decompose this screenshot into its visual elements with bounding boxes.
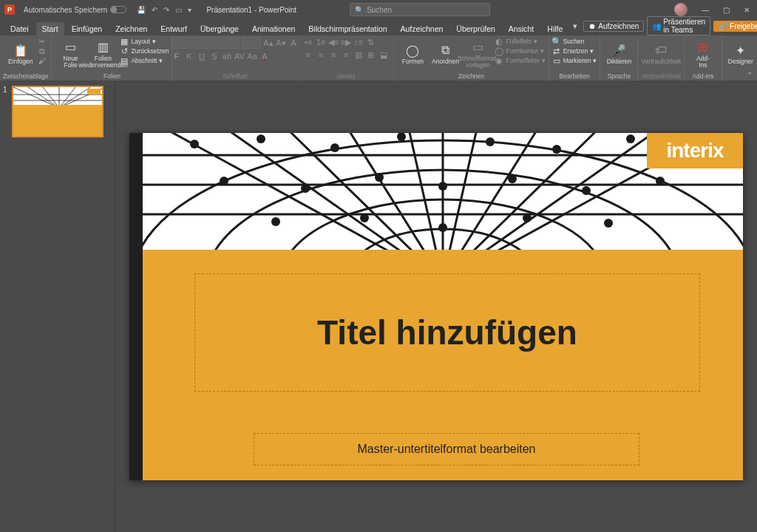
- group-label-addins: Add-ins: [692, 72, 713, 80]
- underline-icon[interactable]: U: [197, 51, 207, 61]
- smartart-icon[interactable]: ⬓: [378, 50, 389, 60]
- document-title: Präsentation1 - PowerPoint: [197, 6, 305, 14]
- tab-zeichnen[interactable]: Zeichnen: [109, 22, 153, 35]
- columns-icon[interactable]: ▥: [353, 50, 364, 60]
- format-painter-button[interactable]: 🖌: [38, 56, 47, 65]
- sensitivity-icon: 🏷: [654, 43, 668, 58]
- bullets-icon[interactable]: •≡: [303, 37, 313, 47]
- reuse-slides-button[interactable]: ▥ Folien wiederverwenden: [87, 37, 118, 71]
- search-input[interactable]: 🔍 Suchen: [350, 3, 490, 16]
- character-spacing-icon[interactable]: AV: [234, 51, 245, 61]
- group-label-slides: Folien: [103, 72, 120, 80]
- increase-indent-icon[interactable]: ≡▶: [341, 37, 351, 47]
- dictate-button[interactable]: 🎤Diktieren: [603, 37, 634, 71]
- redo-icon[interactable]: ↷: [163, 6, 169, 14]
- share-button[interactable]: 🔗Freigeben ▾: [713, 21, 757, 32]
- arrange-button[interactable]: ⧉Anordnen: [430, 37, 461, 71]
- font-size-input[interactable]: [242, 37, 261, 49]
- start-slideshow-icon[interactable]: ▭: [175, 6, 182, 14]
- reset-button[interactable]: ↺Zurücksetzen: [120, 47, 169, 55]
- group-editing: 🔍Suchen ⇄Ersetzen ▾ ▭Markieren ▾ Bearbei…: [549, 35, 601, 81]
- svg-point-25: [220, 177, 228, 185]
- toggle-switch-icon[interactable]: [110, 6, 126, 13]
- select-icon: ▭: [552, 56, 561, 65]
- ribbon-display-options-icon[interactable]: ▾: [570, 21, 580, 30]
- tab-einfuegen[interactable]: Einfügen: [66, 22, 108, 35]
- find-icon: 🔍: [552, 37, 561, 46]
- align-right-icon[interactable]: ≡: [328, 50, 339, 60]
- shapes-button[interactable]: ◯Formen: [397, 37, 428, 71]
- shape-fill-button[interactable]: ◐Fülleffekt ▾: [495, 37, 545, 46]
- svg-point-34: [438, 223, 447, 232]
- tab-ansicht[interactable]: Ansicht: [503, 22, 540, 35]
- shape-effects-button[interactable]: ◉Formeffekte ▾: [495, 56, 545, 65]
- shape-outline-button[interactable]: ◯Formkontur ▾: [495, 47, 545, 55]
- designer-button[interactable]: ✦Designer: [725, 37, 756, 71]
- present-in-teams-button[interactable]: 👥Präsentieren in Teams: [647, 16, 710, 35]
- decrease-font-icon[interactable]: A▾: [276, 38, 286, 48]
- find-button[interactable]: 🔍Suchen: [552, 37, 597, 46]
- numbering-icon[interactable]: 1≡: [316, 37, 326, 47]
- slide-thumbnail-1[interactable]: [12, 86, 103, 137]
- justify-icon[interactable]: ≡: [341, 50, 351, 60]
- font-family-input[interactable]: [172, 37, 240, 49]
- cut-button[interactable]: ✂: [38, 37, 47, 46]
- bold-icon[interactable]: F: [172, 51, 182, 61]
- addins-button[interactable]: ⊞Add- Ins: [688, 37, 719, 71]
- svg-point-36: [604, 219, 613, 228]
- paste-button[interactable]: 📋 Einfügen: [5, 37, 36, 71]
- align-center-icon[interactable]: ≡: [316, 50, 326, 60]
- text-direction-icon[interactable]: ⇅: [366, 37, 376, 47]
- layout-button[interactable]: ▦Layout ▾: [120, 37, 169, 46]
- title-placeholder[interactable]: Titel hinzufügen: [194, 273, 700, 392]
- tab-datei[interactable]: Datei: [4, 22, 35, 35]
- tab-entwurf[interactable]: Entwurf: [155, 22, 193, 35]
- slide[interactable]: interix Titel hinzufügen Master-untertit…: [129, 133, 743, 480]
- tab-bildschirmpraesentation[interactable]: Bildschirmpräsentation: [302, 22, 393, 35]
- svg-point-19: [330, 143, 339, 152]
- font-color-icon[interactable]: A: [259, 51, 270, 61]
- shadow-icon[interactable]: ab: [222, 51, 232, 61]
- change-case-icon[interactable]: Aa: [247, 51, 257, 61]
- copy-button[interactable]: ⧉: [38, 47, 47, 55]
- svg-point-32: [271, 217, 280, 226]
- slide-canvas-area[interactable]: interix Titel hinzufügen Master-untertit…: [115, 81, 757, 532]
- title-text: Titel hinzufügen: [317, 313, 577, 352]
- sensitivity-button[interactable]: 🏷Vertraulichkeit: [645, 37, 676, 71]
- addins-icon: ⊞: [696, 40, 710, 55]
- italic-icon[interactable]: K: [184, 51, 194, 61]
- strikethrough-icon[interactable]: S: [209, 51, 220, 61]
- replace-button[interactable]: ⇄Ersetzen ▾: [552, 47, 597, 55]
- tab-animationen[interactable]: Animationen: [246, 22, 301, 35]
- autosave-toggle[interactable]: Automatisches Speichern: [19, 6, 131, 14]
- align-left-icon[interactable]: ≡: [303, 50, 313, 60]
- qat-dropdown-icon[interactable]: ▾: [188, 6, 191, 14]
- subtitle-placeholder[interactable]: Master-untertitelformat bearbeiten: [254, 433, 639, 466]
- tab-ueberpruefen[interactable]: Überprüfen: [450, 22, 501, 35]
- user-avatar[interactable]: [674, 3, 688, 16]
- collapse-ribbon-icon[interactable]: ⌃: [747, 71, 753, 79]
- decrease-indent-icon[interactable]: ◀≡: [328, 37, 339, 47]
- tab-start[interactable]: Start: [36, 22, 64, 35]
- tab-uebergaenge[interactable]: Übergänge: [194, 22, 245, 35]
- undo-icon[interactable]: ↶: [152, 6, 157, 14]
- svg-point-35: [523, 214, 532, 222]
- tab-hilfe[interactable]: Hilfe: [541, 22, 568, 35]
- clear-formatting-icon[interactable]: A̶: [288, 38, 299, 48]
- svg-point-27: [375, 173, 384, 182]
- outline-icon: ◯: [495, 47, 503, 55]
- autosave-label: Automatisches Speichern: [24, 6, 107, 14]
- designer-icon: ✦: [733, 43, 748, 58]
- group-paragraph: •≡ 1≡ ◀≡ ≡▶ ↕≡ ⇅ ≡ ≡ ≡ ≡ ▥ ⊞ ⬓ Absatz: [298, 35, 394, 81]
- quick-styles-button[interactable]: ▭Schnellformat- vorlagen: [462, 37, 493, 71]
- record-button[interactable]: ⏺Aufzeichnen: [583, 21, 644, 32]
- select-button[interactable]: ▭Markieren ▾: [552, 56, 597, 65]
- slide-body: Titel hinzufügen Master-untertitelformat…: [143, 250, 743, 480]
- tab-aufzeichnen[interactable]: Aufzeichnen: [395, 22, 449, 35]
- section-button[interactable]: ▤Abschnitt ▾: [120, 56, 169, 65]
- save-icon[interactable]: 💾: [137, 6, 146, 14]
- line-spacing-icon[interactable]: ↕≡: [353, 37, 364, 47]
- increase-font-icon[interactable]: A▴: [263, 38, 274, 48]
- quick-access-toolbar: 💾 ↶ ↷ ▭ ▾: [131, 6, 197, 14]
- align-text-icon[interactable]: ⊞: [366, 50, 376, 60]
